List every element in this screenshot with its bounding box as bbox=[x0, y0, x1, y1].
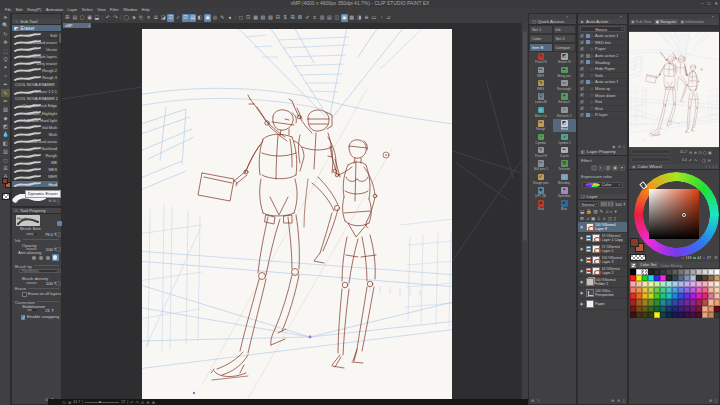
subtool-item[interactable]: Rough bbox=[12, 153, 61, 160]
subtool-item[interactable]: Hard bbox=[12, 181, 61, 188]
tool-icon[interactable]: ✏ bbox=[1, 97, 10, 105]
command-icon[interactable]: ≡ bbox=[311, 14, 318, 22]
eye-icon[interactable]: ◉ bbox=[580, 258, 584, 262]
dock-icon-1[interactable]: ▫ bbox=[570, 15, 571, 19]
subtool-item[interactable]: Soft oval areas bbox=[12, 138, 61, 145]
auto-action-checkbox[interactable] bbox=[580, 67, 584, 71]
navigator-zoom-slider[interactable] bbox=[631, 149, 671, 154]
expand-triangle-icon[interactable]: ▷ bbox=[591, 93, 594, 97]
layer-opacity-strip[interactable] bbox=[600, 201, 614, 207]
auto-action-item[interactable]: ▷ Move up bbox=[578, 86, 627, 93]
command-icon[interactable]: ↷ bbox=[112, 14, 119, 22]
tool-icon[interactable]: ◻ bbox=[1, 156, 10, 164]
command-icon[interactable]: ▣ bbox=[204, 14, 211, 22]
canvas-vertical-scrollbar[interactable] bbox=[521, 23, 528, 399]
anti-aliasing-none[interactable] bbox=[32, 256, 36, 260]
navigator-tab[interactable]: ▣Sub View bbox=[629, 19, 654, 25]
command-icon[interactable]: ⬗ bbox=[130, 14, 137, 22]
transfer-icon[interactable]: ⇩ bbox=[597, 216, 601, 222]
subtool-item[interactable]: Gal Multi bbox=[12, 124, 61, 131]
tool-icon[interactable]: ✒ bbox=[1, 80, 10, 88]
command-icon[interactable]: ✎ bbox=[219, 14, 226, 22]
command-icon[interactable]: ⬓ bbox=[94, 14, 101, 22]
dock-icon-4[interactable]: ▫ bbox=[716, 15, 717, 19]
import-icon[interactable]: ⊞ bbox=[48, 198, 51, 203]
command-icon[interactable]: ▦ bbox=[252, 14, 259, 22]
auto-action-checkbox[interactable] bbox=[580, 54, 584, 58]
quick-access-item[interactable]: 💧 Blurs Ca bbox=[529, 106, 553, 119]
tool-icon[interactable]: ⬚ bbox=[1, 47, 10, 55]
eye-icon[interactable]: ◉ bbox=[580, 236, 584, 240]
color-set-tab[interactable]: Color Set bbox=[638, 262, 658, 268]
auto-action-checkbox[interactable] bbox=[580, 113, 584, 117]
dock-icon-3[interactable]: ▫ bbox=[624, 15, 625, 19]
subtool-item[interactable]: Multiple layers bbox=[12, 53, 61, 60]
mask-icon[interactable]: ◐ bbox=[610, 209, 613, 215]
command-icon[interactable]: ◎ bbox=[212, 14, 219, 22]
subtool-item[interactable]: WER bbox=[12, 174, 61, 181]
quick-access-item[interactable]: ✐ Rough pen bbox=[529, 173, 553, 186]
subtool-item[interactable]: ME bbox=[12, 160, 61, 167]
subtool-item[interactable]: MES bbox=[12, 167, 61, 174]
tool-icon[interactable]: ➤ bbox=[1, 13, 10, 21]
subtool-item[interactable]: Vector bbox=[12, 46, 61, 53]
brush-size-slider[interactable] bbox=[26, 233, 37, 236]
foreground-color-swatch[interactable] bbox=[2, 178, 8, 184]
clip-icon[interactable]: ⬓ bbox=[580, 209, 584, 215]
tool-icon[interactable]: ✎ bbox=[1, 89, 10, 97]
command-icon[interactable]: ▤ bbox=[326, 14, 333, 22]
expand-triangle-icon[interactable]: ▷ bbox=[591, 113, 594, 117]
subtool-item[interactable]: Dirty eraser bbox=[12, 60, 61, 67]
layer-row[interactable]: ◉ 33 %Normal Layer 1 Copy bbox=[578, 233, 627, 244]
subtool-scrollbar[interactable] bbox=[58, 32, 61, 189]
quick-access-item[interactable]: ✎ Pencil R bbox=[529, 52, 553, 65]
layer-footer-icon-2[interactable]: ⊖ bbox=[617, 398, 620, 403]
navigator-tab[interactable]: ▣Navigator bbox=[654, 19, 679, 25]
quick-access-item[interactable]: ◩ Eraser H bbox=[553, 52, 577, 65]
effect-extract-button[interactable]: ▥ bbox=[605, 165, 611, 171]
auto-action-item[interactable]: ▷ Hide Paper bbox=[578, 66, 627, 73]
auto-action-checkbox[interactable] bbox=[580, 60, 584, 64]
duplicate-icon[interactable]: ⧉ bbox=[53, 198, 56, 203]
command-icon[interactable]: ▥ bbox=[319, 14, 326, 22]
nav-zoom-in-icon[interactable]: ⊕ bbox=[694, 150, 697, 155]
quick-access-item[interactable]: ✏ Rough bbox=[529, 119, 553, 132]
info-circle-icon[interactable]: ⓘ bbox=[62, 400, 66, 405]
layer-row[interactable]: ◉ 100 %Normal Layer 8 bbox=[578, 222, 627, 233]
rotate-left-icon[interactable]: ↶ bbox=[130, 400, 133, 405]
command-icon[interactable]: ⎗ bbox=[138, 14, 145, 22]
quick-access-item[interactable]: ◩ Hard bbox=[553, 119, 577, 132]
nav-flip-v-icon[interactable]: ⊟ bbox=[707, 158, 710, 163]
command-icon[interactable]: ✕ bbox=[145, 14, 152, 22]
subtool-item[interactable]: T_Eraser Hard light bbox=[12, 117, 61, 124]
auto-action-item[interactable]: ▷ RED line bbox=[578, 40, 627, 47]
quick-access-item[interactable]: ✒ G-pen bbox=[553, 146, 577, 159]
dock-chevron-icon[interactable]: ▾ bbox=[620, 15, 622, 19]
subtool-item[interactable]: Eraser_Highlight bbox=[12, 110, 61, 117]
layer-row[interactable]: ◉ 44 %Normal Layer 2 bbox=[578, 266, 627, 277]
tool-icon[interactable]: ▥ bbox=[1, 147, 10, 155]
command-icon[interactable]: ▤ bbox=[189, 14, 196, 22]
command-icon[interactable]: ⊕ bbox=[363, 14, 370, 22]
tool-icon[interactable]: ✧ bbox=[1, 72, 10, 80]
close-button[interactable]: ✕ bbox=[714, 1, 718, 6]
auto-action-set-dropdown[interactable]: House ▾ bbox=[580, 26, 625, 32]
new-layer-icon[interactable]: ⊞ bbox=[580, 216, 584, 222]
auto-action-item[interactable]: ▷ Red bbox=[578, 99, 627, 106]
command-icon[interactable]: ⊟ bbox=[274, 14, 281, 22]
eye-icon[interactable]: ◉ bbox=[580, 291, 584, 295]
eye-icon[interactable]: ◉ bbox=[580, 269, 584, 273]
expand-triangle-icon[interactable]: ▷ bbox=[591, 34, 594, 38]
tool-icon[interactable]: ⊞ bbox=[1, 164, 10, 172]
brush-density-button[interactable] bbox=[56, 281, 61, 286]
quick-access-item[interactable]: Q Lasso M bbox=[529, 92, 553, 105]
quick-access-item[interactable]: ✏ WER bbox=[529, 65, 553, 78]
quick-access-set-tab[interactable]: Set 1 bbox=[529, 25, 553, 34]
auto-action-item[interactable]: ▷ R layer bbox=[578, 112, 627, 119]
expand-triangle-icon[interactable]: ▷ bbox=[591, 40, 594, 44]
command-icon[interactable]: ◔ bbox=[378, 14, 385, 22]
enable-snapping-checkbox[interactable] bbox=[21, 315, 26, 320]
command-icon[interactable]: ▩ bbox=[348, 14, 355, 22]
erase-all-layers-checkbox[interactable] bbox=[22, 292, 27, 297]
expand-triangle-icon[interactable]: ▷ bbox=[591, 100, 594, 104]
